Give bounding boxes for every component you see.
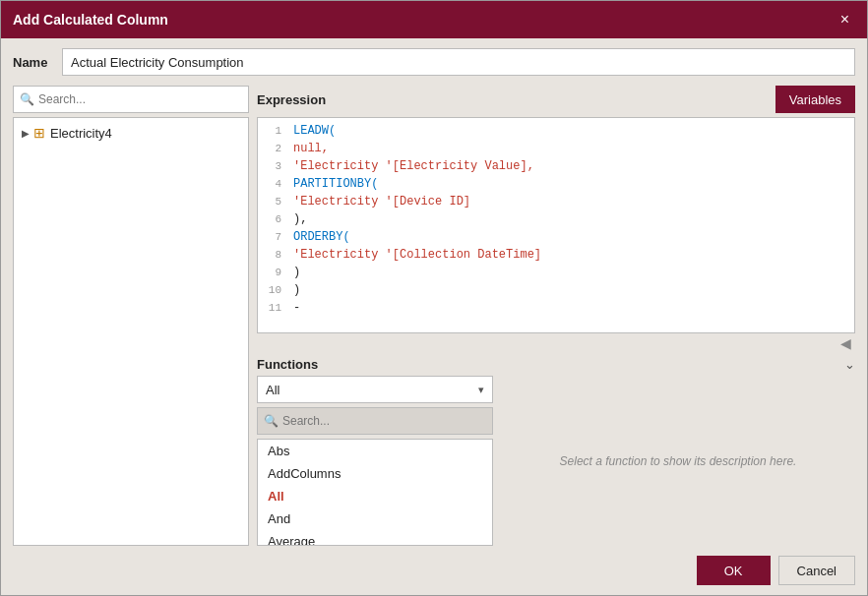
main-content: 🔍 ▶ ⊞ Electricity4 Expression Variables [1,86,867,546]
code-line-5: 5 'Electricity '[Device ID] [258,193,854,210]
name-input[interactable] [62,48,855,76]
functions-search-icon: 🔍 [264,414,279,428]
code-line-9: 9 ) [258,264,854,281]
dialog-title-bar: Add Calculated Column × [1,1,867,38]
functions-label: Functions [257,357,318,372]
right-panel: Expression Variables 1 LEADW( 2 null, 3 [257,86,855,546]
func-item-all[interactable]: All [258,485,492,507]
tree-item-label: Electricity4 [50,126,112,141]
tree-area: ▶ ⊞ Electricity4 [13,117,249,546]
code-line-10: 10 ) [258,281,854,299]
code-editor[interactable]: 1 LEADW( 2 null, 3 'Electricity '[Electr… [257,117,855,333]
func-item-and[interactable]: And [258,507,492,530]
line-content: ) [289,281,300,299]
line-content: ) [289,264,300,281]
dialog-footer: OK Cancel [1,546,867,595]
search-box: 🔍 [13,86,249,113]
description-text: Select a function to show its descriptio… [560,454,797,468]
variables-button[interactable]: Variables [775,86,855,113]
line-num: 7 [258,228,289,246]
name-row: Name [1,38,867,86]
line-num: 10 [258,281,289,299]
line-num: 6 [258,210,289,228]
ok-button[interactable]: OK [697,556,771,585]
line-content: PARTITIONBY( [289,175,378,193]
line-num: 8 [258,246,289,264]
search-input[interactable] [38,92,242,106]
left-panel: 🔍 ▶ ⊞ Electricity4 [13,86,249,546]
line-content: - [289,299,300,317]
code-line-8: 8 'Electricity '[Collection DateTime] [258,246,854,264]
line-num: 9 [258,264,289,281]
func-item-abs[interactable]: Abs [258,440,492,462]
line-num: 11 [258,299,289,317]
code-line-2: 2 null, [258,140,854,157]
code-line-1: 1 LEADW( [258,122,854,140]
search-icon: 🔍 [20,92,34,106]
functions-dropdown[interactable]: All ▾ [257,376,493,403]
cancel-button[interactable]: Cancel [778,556,855,585]
code-lines: 1 LEADW( 2 null, 3 'Electricity '[Electr… [258,118,854,321]
dropdown-value: All [266,383,279,397]
func-item-addcolumns[interactable]: AddColumns [258,462,492,485]
expression-header: Expression Variables [257,86,855,113]
code-line-11: 11 - [258,299,854,317]
code-line-4: 4 PARTITIONBY( [258,175,854,193]
func-item-average[interactable]: Average [258,530,492,546]
table-icon: ⊞ [33,125,45,141]
code-line-7: 7 ORDERBY( [258,228,854,246]
code-line-6: 6 ), [258,210,854,228]
tree-chevron-icon: ▶ [22,128,30,139]
functions-list: Abs AddColumns All And [257,439,493,546]
name-label: Name [13,55,52,70]
collapse-handle[interactable]: ◀ [257,333,855,353]
functions-body: All ▾ 🔍 Abs AddColumns [257,376,855,546]
add-calculated-column-dialog: Add Calculated Column × Name 🔍 ▶ ⊞ Elect… [0,0,868,596]
functions-section: Functions ⌄ All ▾ 🔍 [257,353,855,546]
functions-left: All ▾ 🔍 Abs AddColumns [257,376,493,546]
line-num: 4 [258,175,289,193]
code-line-3: 3 'Electricity '[Electricity Value], [258,157,854,175]
line-num: 2 [258,140,289,157]
close-button[interactable]: × [835,10,855,30]
line-num: 1 [258,122,289,140]
functions-search-box: 🔍 [257,407,493,435]
line-content: 'Electricity '[Electricity Value], [289,157,534,175]
line-content: ORDERBY( [289,228,350,246]
tree-item-electricity4[interactable]: ▶ ⊞ Electricity4 [14,122,248,144]
expression-label: Expression [257,92,326,107]
line-content: 'Electricity '[Device ID] [289,193,470,210]
dropdown-chevron-icon: ▾ [478,384,484,396]
functions-header: Functions ⌄ [257,353,855,376]
line-content: 'Electricity '[Collection DateTime] [289,246,541,264]
functions-description: Select a function to show its descriptio… [501,376,855,546]
functions-chevron-icon[interactable]: ⌄ [844,357,855,372]
line-content: null, [289,140,329,157]
functions-search-input[interactable] [282,414,486,428]
dialog-title: Add Calculated Column [13,12,168,28]
line-content: ), [289,210,307,228]
line-content: LEADW( [289,122,336,140]
line-num: 3 [258,157,289,175]
line-num: 5 [258,193,289,210]
collapse-arrow-icon: ◀ [840,335,851,351]
